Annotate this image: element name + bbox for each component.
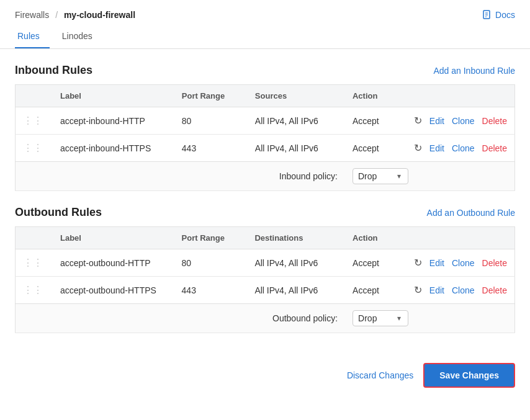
inbound-col-label: Label xyxy=(53,85,174,107)
inbound-policy-dropdown[interactable]: Drop Accept ▾ xyxy=(353,168,408,184)
clone-button[interactable]: Clone xyxy=(452,116,475,126)
outbound-row-destinations: All IPv4, All IPv6 xyxy=(247,249,345,277)
inbound-row-actions: ↻ Edit Clone Delete xyxy=(406,107,515,135)
outbound-row-label: accept-outbound-HTTPS xyxy=(53,277,174,304)
outbound-policy-dropdown[interactable]: Drop Accept ▾ xyxy=(353,310,408,326)
outbound-col-actions-header xyxy=(406,227,515,249)
outbound-policy-select[interactable]: Drop Accept xyxy=(358,313,395,323)
outbound-row-destinations: All IPv4, All IPv6 xyxy=(247,277,345,304)
breadcrumb: Firewalls / my-cloud-firewall xyxy=(15,10,135,20)
inbound-table-header-row: Label Port Range Sources Action xyxy=(16,85,515,107)
delete-button[interactable]: Delete xyxy=(482,143,507,153)
footer-actions: Discard Changes Save Changes xyxy=(0,348,530,398)
table-row: ⋮⋮ accept-inbound-HTTP 80 All IPv4, All … xyxy=(16,107,515,135)
inbound-col-drag xyxy=(16,85,53,107)
revert-icon[interactable]: ↻ xyxy=(414,142,422,154)
inbound-rules-table: Label Port Range Sources Action ⋮⋮ accep… xyxy=(15,84,515,191)
inbound-row-label: accept-inbound-HTTPS xyxy=(53,135,174,162)
inbound-row-action: Accept xyxy=(345,107,406,135)
outbound-row-label: accept-outbound-HTTP xyxy=(53,249,174,277)
drag-handle-icon[interactable]: ⋮⋮ xyxy=(23,143,45,153)
tab-rules[interactable]: Rules xyxy=(15,25,50,48)
drag-handle-cell: ⋮⋮ xyxy=(16,107,53,135)
outbound-table-header-row: Label Port Range Destinations Action xyxy=(16,227,515,249)
outbound-col-label: Label xyxy=(53,227,174,249)
breadcrumb-parent[interactable]: Firewalls xyxy=(15,10,49,20)
table-row: ⋮⋮ accept-outbound-HTTP 80 All IPv4, All… xyxy=(16,249,515,277)
discard-changes-button[interactable]: Discard Changes xyxy=(347,370,413,380)
clone-button[interactable]: Clone xyxy=(452,258,475,268)
edit-button[interactable]: Edit xyxy=(429,116,444,126)
docs-icon xyxy=(482,10,492,20)
outbound-col-drag xyxy=(16,227,53,249)
outbound-policy-label: Outbound policy: xyxy=(16,304,346,333)
breadcrumb-separator: / xyxy=(55,10,58,20)
outbound-section: Outbound Rules Add an Outbound Rule Labe… xyxy=(15,206,515,333)
edit-button[interactable]: Edit xyxy=(429,143,444,153)
delete-button[interactable]: Delete xyxy=(482,258,507,268)
inbound-policy-chevron: ▾ xyxy=(397,172,401,181)
inbound-row-actions: ↻ Edit Clone Delete xyxy=(406,135,515,162)
outbound-policy-select-cell: Drop Accept ▾ xyxy=(345,304,514,333)
top-bar: Firewalls / my-cloud-firewall Docs xyxy=(0,0,530,25)
outbound-col-port: Port Range xyxy=(174,227,248,249)
docs-label: Docs xyxy=(495,10,515,20)
inbound-section: Inbound Rules Add an Inbound Rule Label … xyxy=(15,64,515,191)
docs-link[interactable]: Docs xyxy=(482,10,515,20)
inbound-policy-select-cell: Drop Accept ▾ xyxy=(345,162,515,191)
drag-handle-cell: ⋮⋮ xyxy=(16,135,53,162)
inbound-row-port: 80 xyxy=(174,107,248,135)
inbound-col-sources: Sources xyxy=(248,85,345,107)
inbound-row-action: Accept xyxy=(345,135,406,162)
inbound-row-sources: All IPv4, All IPv6 xyxy=(248,135,345,162)
outbound-row-actions: ↻ Edit Clone Delete xyxy=(406,277,515,304)
drag-handle-icon[interactable]: ⋮⋮ xyxy=(23,115,45,126)
inbound-policy-row: Inbound policy: Drop Accept ▾ xyxy=(16,162,515,191)
delete-button[interactable]: Delete xyxy=(482,116,507,126)
outbound-title: Outbound Rules xyxy=(15,206,102,219)
revert-icon[interactable]: ↻ xyxy=(414,284,422,296)
save-changes-button[interactable]: Save Changes xyxy=(423,363,515,388)
inbound-title: Inbound Rules xyxy=(15,64,92,77)
inbound-col-actions-header xyxy=(406,85,515,107)
inbound-section-header: Inbound Rules Add an Inbound Rule xyxy=(15,64,515,77)
revert-icon[interactable]: ↻ xyxy=(414,257,422,269)
table-row: ⋮⋮ accept-inbound-HTTPS 443 All IPv4, Al… xyxy=(16,135,515,162)
inbound-row-port: 443 xyxy=(174,135,248,162)
outbound-row-action: Accept xyxy=(345,249,406,277)
outbound-col-destinations: Destinations xyxy=(247,227,345,249)
outbound-row-action: Accept xyxy=(345,277,406,304)
clone-button[interactable]: Clone xyxy=(452,143,475,153)
add-inbound-rule-button[interactable]: Add an Inbound Rule xyxy=(433,66,515,76)
inbound-row-sources: All IPv4, All IPv6 xyxy=(248,107,345,135)
outbound-col-action: Action xyxy=(345,227,406,249)
inbound-row-label: accept-inbound-HTTP xyxy=(53,107,174,135)
outbound-rules-table: Label Port Range Destinations Action ⋮⋮ … xyxy=(15,226,515,333)
tab-linodes[interactable]: Linodes xyxy=(60,25,102,48)
outbound-policy-row: Outbound policy: Drop Accept ▾ xyxy=(16,304,515,333)
add-outbound-rule-button[interactable]: Add an Outbound Rule xyxy=(427,208,515,218)
inbound-policy-select[interactable]: Drop Accept xyxy=(358,171,395,181)
content-area: Inbound Rules Add an Inbound Rule Label … xyxy=(0,64,530,348)
edit-button[interactable]: Edit xyxy=(429,258,444,268)
drag-handle-icon[interactable]: ⋮⋮ xyxy=(23,285,45,295)
drag-handle-cell: ⋮⋮ xyxy=(16,277,53,304)
delete-button[interactable]: Delete xyxy=(482,285,507,295)
outbound-policy-chevron: ▾ xyxy=(397,314,401,323)
outbound-section-header: Outbound Rules Add an Outbound Rule xyxy=(15,206,515,219)
outbound-row-port: 443 xyxy=(174,277,248,304)
inbound-policy-label: Inbound policy: xyxy=(16,162,345,191)
outbound-row-actions: ↻ Edit Clone Delete xyxy=(406,249,515,277)
outbound-row-port: 80 xyxy=(174,249,248,277)
drag-handle-cell: ⋮⋮ xyxy=(16,249,53,277)
revert-icon[interactable]: ↻ xyxy=(414,115,422,127)
breadcrumb-current: my-cloud-firewall xyxy=(64,10,135,20)
inbound-col-action: Action xyxy=(345,85,406,107)
drag-handle-icon[interactable]: ⋮⋮ xyxy=(23,257,45,268)
edit-button[interactable]: Edit xyxy=(429,285,444,295)
table-row: ⋮⋮ accept-outbound-HTTPS 443 All IPv4, A… xyxy=(16,277,515,304)
inbound-col-port: Port Range xyxy=(174,85,248,107)
clone-button[interactable]: Clone xyxy=(452,285,475,295)
tabs-bar: Rules Linodes xyxy=(0,25,530,49)
